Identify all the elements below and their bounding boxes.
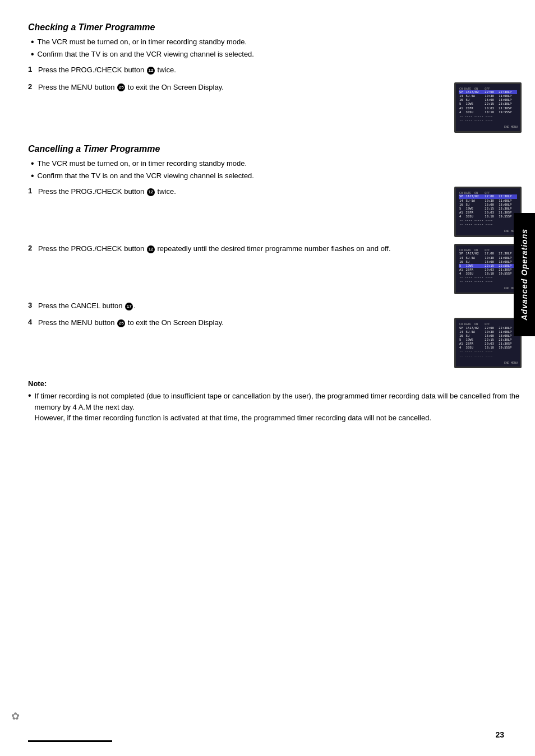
checking-step-1-text: Press the PROG./CHECK button 12 twice.	[38, 66, 176, 74]
checking-section-title: Checking a Timer Programme	[28, 22, 522, 33]
cancelling-step-1: 1 Press the PROG./CHECK button 12 twice.…	[28, 187, 522, 237]
cancelling-step-4: 4 Press the MENU button 25 to exit the O…	[28, 318, 522, 368]
bullet-dot-2: •	[31, 49, 34, 59]
sidebar-block: Advanced Operations	[514, 213, 535, 336]
cancelling-step-3: 3 Press the CANCEL button 17.	[28, 301, 522, 311]
cancelling-step-3-text: Press the CANCEL button 17.	[38, 302, 136, 310]
button-indicator-25a: 25	[117, 84, 125, 91]
checking-bullet-1: The VCR must be turned on, or in timer r…	[38, 37, 247, 47]
note-bullet-dot: •	[28, 391, 31, 401]
page-number: 23	[495, 730, 504, 739]
checking-step-2-text: Press the MENU button 25 to exit the On …	[38, 83, 224, 91]
bottom-line-decoration	[28, 740, 112, 742]
bullet-dot-1: •	[31, 37, 34, 47]
sidebar-right: Advanced Operations	[514, 0, 535, 756]
button-indicator-17: 17	[125, 303, 133, 310]
cancelling-bullet-2: Confirm that the TV is on and the VCR vi…	[38, 171, 254, 181]
note-title: Note:	[28, 379, 522, 388]
note-section: Note: • If timer recording is not comple…	[28, 379, 522, 424]
button-indicator-25b: 25	[117, 319, 125, 327]
button-indicator-12c: 12	[147, 245, 155, 253]
button-indicator-12a: 12	[147, 67, 155, 75]
note-text: If timer recording is not completed (due…	[35, 391, 522, 424]
checking-step-1: 1 Press the PROG./CHECK button 12 twice.	[28, 65, 522, 75]
bottom-left-icon: ✿	[11, 710, 20, 722]
tv-screen-cancel-2: CH DATE ON OFF SP1A17/0222:0022:30LP 14S…	[454, 244, 522, 294]
cancelling-step-2: 2 Press the PROG./CHECK button 12 repeat…	[28, 244, 522, 294]
checking-bullet-2: Confirm that the TV is on and the VCR vi…	[38, 49, 254, 59]
cancelling-step-1-text: Press the PROG./CHECK button 12 twice.	[38, 187, 176, 196]
cancel-bullet-dot-2: •	[31, 171, 34, 181]
cancelling-bullet-1: The VCR must be turned on, or in timer r…	[38, 159, 247, 169]
tv-screen-cancel-1: CH DATE ON OFF SP1A17/0222:0022:30LP 14S…	[454, 187, 522, 237]
checking-steps: 1 Press the PROG./CHECK button 12 twice.…	[28, 65, 522, 132]
cancelling-step-2-text: Press the PROG./CHECK button 12 repeated…	[38, 244, 391, 253]
cancelling-steps: 1 Press the PROG./CHECK button 12 twice.…	[28, 187, 522, 368]
checking-bullets: • The VCR must be turned on, or in timer…	[31, 37, 522, 59]
cancelling-section-title: Cancelling a Timer Programme	[28, 144, 522, 154]
cancel-bullet-dot-1: •	[31, 159, 34, 169]
sidebar-label: Advanced Operations	[520, 229, 529, 321]
button-indicator-12b: 12	[147, 188, 155, 196]
cancelling-step-4-text: Press the MENU button 25 to exit the On …	[38, 318, 224, 327]
tv-screen-cancel-4: CH DATE ON OFF SP1A17/0222:0022:30LP 14S…	[454, 318, 522, 368]
checking-step-2: 2 Press the MENU button 25 to exit the O…	[28, 82, 522, 133]
cancelling-bullets: • The VCR must be turned on, or in timer…	[31, 159, 522, 181]
tv-screen-checking: CH DATE ON OFF SP1A17/0222:0022:30LP 14S…	[454, 82, 522, 133]
